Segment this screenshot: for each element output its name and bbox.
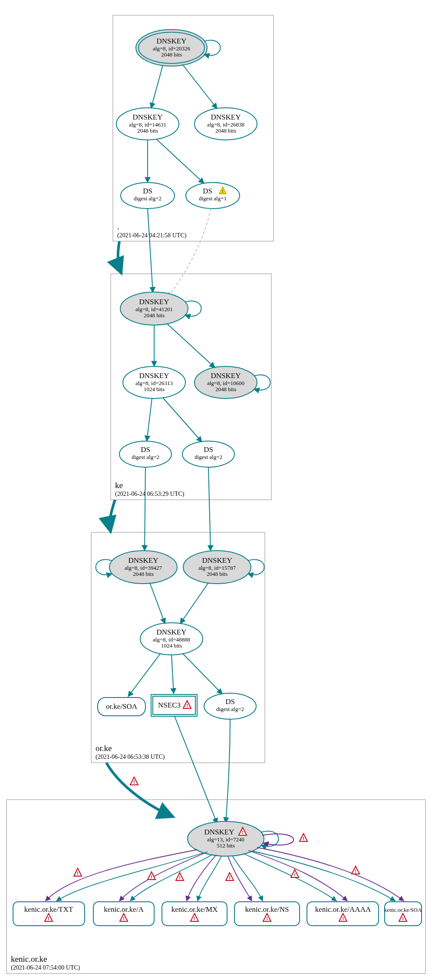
- svg-text:alg=8, id=15787: alg=8, id=15787: [198, 565, 236, 571]
- node-orke-soa: or.ke/SOA: [98, 698, 145, 716]
- svg-text:DNSKEY: DNSKEY: [157, 37, 187, 45]
- svg-text:DNSKEY: DNSKEY: [204, 828, 234, 836]
- svg-text:DNSKEY: DNSKEY: [202, 556, 232, 565]
- edge-zsk1-ds2: [156, 139, 204, 183]
- svg-text:DNSKEY: DNSKEY: [133, 113, 163, 121]
- svg-text:digest alg=2: digest alg=2: [216, 706, 244, 712]
- node-root-ksk: DNSKEY alg=8, id=20326 2048 bits: [136, 30, 207, 66]
- svg-text:or.ke/SOA: or.ke/SOA: [106, 702, 138, 711]
- node-root-ds1: DS digest alg=2: [121, 183, 175, 209]
- svg-text:!: !: [342, 916, 344, 921]
- svg-text:alg=8, id=26838: alg=8, id=26838: [207, 121, 244, 128]
- svg-text:!: !: [186, 703, 188, 708]
- edge-orkezsk-nsec3: [171, 655, 174, 694]
- zone-time-root: (2021-06-24 04:21:58 UTC): [117, 232, 187, 239]
- node-orke-nsec3: NSEC3 !: [151, 694, 197, 716]
- node-ke-ds1: DS digest alg=2: [119, 441, 171, 467]
- zone-label-kenic: kenic.or.ke: [11, 954, 47, 963]
- svg-text:!: !: [294, 872, 296, 877]
- edge-ds2-keksk-dashed: [167, 209, 211, 298]
- edge-rootksk-zsk2: [182, 64, 217, 109]
- edge-orkeds-kenickey: [226, 719, 230, 823]
- node-root-zsk2: DNSKEY alg=8, id=26838 2048 bits: [195, 108, 257, 140]
- node-rr-txt: kenic.or.ke/TXT !: [13, 902, 85, 926]
- node-orke-ds: DS digest alg=2: [204, 693, 256, 719]
- edge-orkeksk2-zsk: [180, 583, 208, 624]
- node-rr-aaaa: kenic.or.ke/AAAA !: [307, 902, 379, 926]
- node-orke-ksk1: DNSKEY alg=8, id=39427 2048 bits: [109, 551, 177, 584]
- node-rr-mx: kenic.or.ke/MX !: [162, 902, 227, 926]
- svg-text:kenic.or.ke/TXT: kenic.or.ke/TXT: [24, 905, 73, 914]
- zone-label-orke: or.ke: [96, 744, 112, 753]
- node-ke-key2: DNSKEY alg=8, id=10600 2048 bits: [195, 366, 257, 399]
- zone-label-root: .: [117, 222, 119, 231]
- svg-text:kenic.or.ke/NS: kenic.or.ke/NS: [245, 905, 289, 914]
- error-icon: !: [130, 777, 138, 785]
- edge-ds1-keksk: [148, 209, 153, 292]
- zone-time-kenic: (2021-06-24 07:54:00 UTC): [11, 964, 80, 971]
- error-icon: !: [226, 873, 234, 880]
- svg-text:alg=13, id=7240: alg=13, id=7240: [207, 836, 244, 843]
- node-rr-a: kenic.or.ke/A !: [93, 902, 154, 926]
- svg-text:!: !: [194, 916, 195, 921]
- edge-kk-soa-t: [252, 851, 395, 901]
- svg-text:kenic.or.ke/MX: kenic.or.ke/MX: [171, 905, 218, 914]
- edge-orkezsk-soa: [128, 653, 161, 697]
- svg-text:alg=8, id=14631: alg=8, id=14631: [129, 121, 166, 128]
- svg-text:DNSKEY: DNSKEY: [157, 628, 187, 636]
- svg-text:2048 bits: 2048 bits: [133, 571, 154, 577]
- svg-text:alg=8, id=48888: alg=8, id=48888: [153, 636, 190, 643]
- node-ke-zsk: DNSKEY alg=8, id=26313 1024 bits: [123, 366, 185, 399]
- svg-text:alg=8, id=41201: alg=8, id=41201: [135, 306, 173, 312]
- svg-text:!: !: [151, 874, 152, 879]
- edge-kk-mx-p: [187, 855, 216, 901]
- svg-text:DNSKEY: DNSKEY: [211, 113, 241, 121]
- svg-text:DS: DS: [143, 187, 152, 195]
- node-ke-ksk: DNSKEY alg=8, id=41201 2048 bits: [120, 292, 188, 325]
- edge-keksk-key2: [167, 324, 215, 368]
- svg-text:2048 bits: 2048 bits: [144, 312, 165, 319]
- edge-rootksk-zsk1: [151, 65, 163, 108]
- node-orke-zsk: DNSKEY alg=8, id=48888 1024 bits: [140, 623, 203, 655]
- svg-text:digest alg=2: digest alg=2: [134, 195, 162, 202]
- svg-text:DNSKEY: DNSKEY: [129, 556, 158, 565]
- svg-text:2048 bits: 2048 bits: [215, 127, 236, 134]
- svg-text:!: !: [229, 875, 231, 880]
- error-icon: !: [300, 834, 307, 841]
- edge-keds2-orkeksk2: [208, 467, 211, 551]
- zone-time-orke: (2021-06-24 06:53:38 UTC): [96, 754, 165, 761]
- node-rr-ns: kenic.or.ke/NS !: [234, 902, 300, 926]
- edge-kk-a-p: [119, 852, 208, 901]
- node-rr-soa: kenic.or.ke/SOA !: [384, 902, 422, 926]
- edge-keds1-orkeksk1: [145, 467, 145, 551]
- svg-text:!: !: [355, 868, 356, 874]
- svg-text:alg=8, id=10600: alg=8, id=10600: [207, 380, 244, 386]
- svg-text:alg=8, id=39427: alg=8, id=39427: [125, 565, 162, 571]
- svg-text:!: !: [402, 916, 404, 921]
- edge-kezsk-ds1: [147, 399, 152, 441]
- edge-deleg-orke-kenic: [106, 763, 174, 817]
- error-icon: !: [352, 866, 359, 874]
- svg-text:512 bits: 512 bits: [217, 842, 235, 849]
- svg-text:DS: DS: [225, 698, 235, 706]
- node-ke-ds2: DS digest alg=2: [182, 441, 234, 467]
- svg-text:DNSKEY: DNSKEY: [139, 298, 169, 306]
- edge-nsec3-kenickey: [175, 716, 217, 824]
- svg-text:2048 bits: 2048 bits: [137, 127, 158, 134]
- svg-text:alg=8, id=26313: alg=8, id=26313: [135, 380, 173, 386]
- edge-kezsk-ds2: [163, 398, 202, 442]
- error-icon: !: [176, 873, 184, 880]
- svg-text:2048 bits: 2048 bits: [207, 571, 228, 577]
- svg-text:!: !: [179, 875, 181, 880]
- svg-text:!: !: [222, 189, 224, 194]
- svg-text:2048 bits: 2048 bits: [215, 386, 236, 392]
- svg-text:digest alg=2: digest alg=2: [132, 454, 159, 460]
- svg-text:NSEC3: NSEC3: [158, 701, 181, 709]
- svg-text:!: !: [303, 836, 304, 841]
- svg-text:kenic.or.ke/A: kenic.or.ke/A: [104, 905, 144, 914]
- svg-text:!: !: [133, 779, 135, 784]
- svg-text:!: !: [48, 916, 49, 921]
- error-icon: !: [74, 868, 82, 876]
- error-icon: !: [291, 870, 299, 877]
- edge-deleg-ke-orke: [110, 500, 115, 532]
